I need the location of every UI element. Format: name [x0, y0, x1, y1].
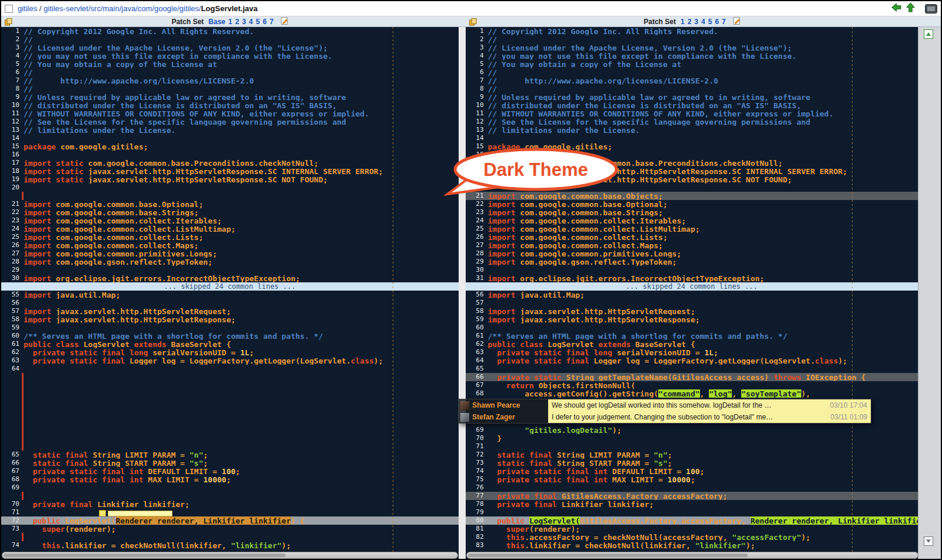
patchset-link[interactable]: 6	[715, 18, 719, 26]
line-number[interactable]: 73	[1, 525, 24, 533]
line-number[interactable]: 62	[466, 340, 488, 348]
line-number[interactable]	[1, 192, 24, 200]
line-number[interactable]: 24	[466, 216, 488, 225]
scrollbar-thumb[interactable]	[4, 554, 286, 557]
line-number[interactable]: 20	[1, 184, 24, 192]
line-number[interactable]: 61	[466, 332, 488, 340]
line-number[interactable]: 6	[466, 68, 488, 76]
line-number[interactable]: 74	[466, 467, 488, 475]
line-number[interactable]: 68	[1, 475, 24, 484]
line-number[interactable]: 29	[466, 258, 488, 266]
line-number[interactable]: 22	[466, 200, 488, 208]
line-number[interactable]: 56	[466, 291, 488, 299]
horizontal-scrollbar-right[interactable]	[466, 552, 918, 559]
line-number[interactable]: 9	[1, 93, 24, 101]
patchset-link[interactable]: 1	[228, 18, 233, 26]
line-number[interactable]: 78	[466, 500, 488, 508]
line-number[interactable]: 13	[466, 126, 488, 134]
patchset-link[interactable]: 2	[235, 18, 239, 26]
line-number[interactable]: 16	[1, 151, 24, 159]
line-number[interactable]: 82	[466, 533, 488, 541]
line-number[interactable]: 60	[466, 324, 488, 332]
overview-top-icon[interactable]	[924, 29, 933, 39]
patchset-link[interactable]: 6	[263, 18, 267, 26]
patchset-link[interactable]: 2	[688, 18, 692, 26]
line-number[interactable]: 1	[466, 27, 488, 35]
line-number[interactable]: 57	[1, 307, 24, 315]
line-number[interactable]: 6	[1, 68, 24, 76]
line-number[interactable]: 3	[1, 44, 24, 52]
patchset-link[interactable]: 5	[708, 18, 712, 26]
line-number[interactable]: 1	[1, 27, 24, 35]
line-number[interactable]: 22	[1, 208, 24, 216]
line-number[interactable]	[1, 381, 24, 389]
line-number[interactable]: 4	[1, 52, 24, 60]
line-number[interactable]	[1, 492, 24, 500]
line-number[interactable]: 2	[466, 35, 488, 44]
line-number[interactable]: 67	[1, 467, 24, 475]
line-number[interactable]: 59	[1, 324, 24, 332]
line-number[interactable]: 7	[466, 76, 488, 85]
line-number[interactable]	[1, 434, 24, 442]
line-number[interactable]: 30	[1, 274, 24, 282]
patchset-link[interactable]: 5	[256, 18, 260, 26]
line-number[interactable]: 63	[466, 348, 488, 356]
line-number[interactable]: 68	[466, 389, 488, 398]
line-number[interactable]: 23	[1, 216, 24, 225]
line-number[interactable]: 12	[1, 118, 24, 126]
line-number[interactable]: 18	[466, 167, 488, 175]
line-number[interactable]: 73	[466, 459, 488, 467]
line-number[interactable]: 57	[466, 299, 488, 307]
line-number[interactable]: 12	[466, 118, 488, 126]
line-number[interactable]: 31	[466, 274, 488, 282]
patchset-link[interactable]: 7	[270, 18, 274, 26]
line-number[interactable]: 62	[1, 348, 24, 356]
patchset-link[interactable]: 4	[701, 18, 705, 26]
line-number[interactable]: 25	[1, 233, 24, 241]
line-number[interactable]: 11	[466, 109, 488, 118]
patchset-link[interactable]: 4	[249, 18, 253, 26]
line-number[interactable]: 26	[466, 233, 488, 241]
line-number[interactable]: 30	[466, 266, 488, 274]
line-number[interactable]: 72	[466, 451, 488, 459]
line-number[interactable]: 15	[1, 142, 24, 151]
line-number[interactable]: 24	[1, 225, 24, 233]
line-number[interactable]: 77	[466, 492, 488, 500]
patchset-link[interactable]: 1	[681, 18, 685, 26]
line-number[interactable]: 71	[466, 442, 488, 451]
line-number[interactable]: 16	[466, 151, 488, 159]
line-number[interactable]: 80	[466, 516, 488, 525]
patchset-link[interactable]: Base	[208, 18, 225, 26]
line-number[interactable]: 20	[466, 184, 488, 192]
skipped-lines-link[interactable]: ... skipped 24 common lines ...	[1, 282, 459, 291]
line-number[interactable]: 81	[466, 525, 488, 533]
line-number[interactable]: 13	[1, 126, 24, 134]
comment-row[interactable]: Shawn Pearce We should get logDetail wor…	[459, 399, 871, 411]
line-number[interactable]: 67	[466, 381, 488, 389]
line-number[interactable]: 25	[466, 225, 488, 233]
line-number[interactable]: 27	[1, 249, 24, 258]
line-number[interactable]: 11	[1, 109, 24, 118]
line-number[interactable]: 18	[1, 167, 24, 175]
line-number[interactable]: 29	[1, 266, 24, 274]
line-number[interactable]: 19	[466, 175, 488, 184]
line-number[interactable]: 2	[1, 35, 24, 44]
patchset-link[interactable]: 3	[694, 18, 698, 26]
line-number[interactable]: 21	[1, 200, 24, 208]
file-pages-icon[interactable]	[469, 18, 477, 28]
app-window-icon[interactable]	[925, 4, 937, 14]
line-number[interactable]	[1, 389, 24, 398]
line-number[interactable]: 8	[466, 85, 488, 93]
line-number[interactable]	[1, 442, 24, 451]
line-number[interactable]	[1, 373, 24, 381]
edit-file-icon[interactable]	[732, 16, 741, 26]
line-number[interactable]: 10	[466, 101, 488, 109]
breadcrumb-link[interactable]: gitiles	[18, 4, 37, 13]
line-number[interactable]: 17	[466, 159, 488, 167]
file-reviewed-checkbox[interactable]	[5, 5, 13, 13]
line-number[interactable]: 23	[466, 208, 488, 216]
line-number[interactable]: 28	[466, 249, 488, 258]
patchset-link[interactable]: 7	[722, 18, 726, 26]
line-number[interactable]: 76	[466, 484, 488, 492]
line-number[interactable]: 7	[1, 76, 24, 85]
